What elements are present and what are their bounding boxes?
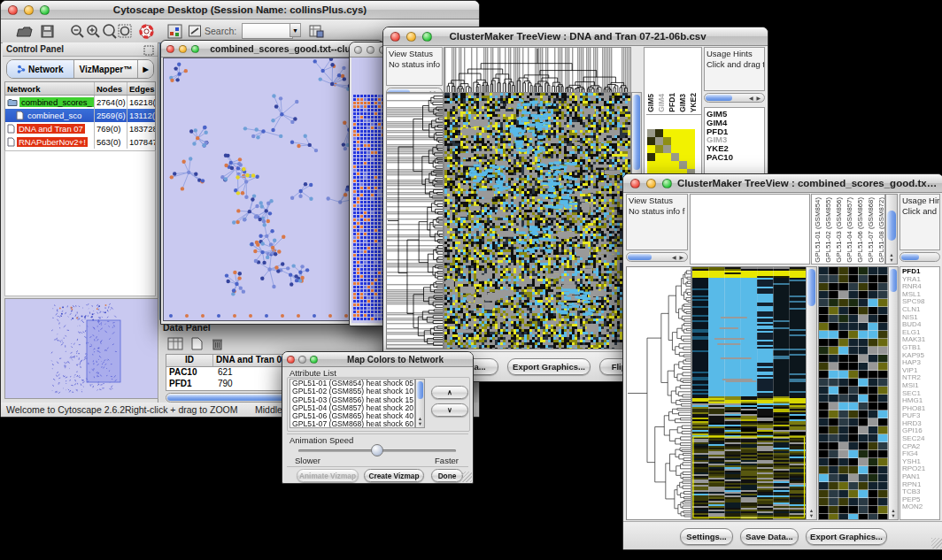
new-attribute-icon[interactable]	[186, 334, 207, 353]
delete-attribute-icon[interactable]	[206, 334, 228, 353]
control-panel-tabs: Network VizMapper™ ▶	[6, 59, 154, 79]
network-row[interactable]: combined_scores_ 2764(0) 16218(0)	[5, 96, 155, 109]
scroll-arrows-icon[interactable]: ▲▼	[889, 508, 898, 518]
network-row[interactable]: RNAPuberNov2+! 563(0) 107847(0)	[5, 135, 155, 149]
matrix-column-labels: GIM5GIM4PFD1GIM3YKE2PAC10	[646, 48, 701, 115]
close-button[interactable]	[390, 32, 400, 42]
scrollbar-thumb[interactable]	[633, 95, 640, 170]
move-down-label: ∨	[447, 406, 452, 414]
minimize-button[interactable]	[406, 32, 416, 42]
settings-button[interactable]: Settings...	[680, 528, 733, 545]
attribute-list-vscrollbar[interactable]: ▲▼	[415, 379, 425, 428]
dialog-titlebar[interactable]: Map Colors to Network	[282, 352, 473, 367]
search-dropdown-button[interactable]: ▼	[290, 23, 301, 37]
network-edges: 107847(0)	[127, 135, 155, 149]
row-dendrogram[interactable]	[386, 92, 444, 349]
minimize-button[interactable]	[179, 45, 187, 53]
treeview1-titlebar[interactable]: ClusterMaker TreeView : DNA and Tran 07-…	[383, 27, 768, 46]
minimize-button[interactable]	[24, 5, 34, 15]
gene-list-vscrollbar[interactable]: ▲▼	[888, 266, 899, 520]
save-data-button[interactable]: Save Data...	[740, 528, 799, 545]
column-labels-vscrollbar[interactable]: ▲▼	[885, 194, 898, 265]
close-button[interactable]	[287, 356, 295, 364]
birdseye-overview[interactable]	[4, 298, 158, 399]
export-graphics-button[interactable]: Export Graphics...	[507, 358, 591, 375]
usage-hints-scrollbar[interactable]: ◀ ▶	[704, 93, 765, 103]
zoom-button[interactable]	[422, 32, 432, 42]
open-session-button[interactable]	[13, 21, 35, 41]
column-tree-area[interactable]	[690, 194, 810, 265]
tab-network[interactable]: Network	[7, 60, 74, 78]
animate-vizmap-button[interactable]: Animate Vizmap	[297, 469, 359, 482]
scroll-arrows-icon[interactable]: ◀ ▶	[749, 95, 761, 101]
close-button[interactable]	[166, 45, 174, 53]
attribute-list-item[interactable]: GPL51-07 (GSM868) heat shock 60 min	[290, 420, 414, 428]
attribute-select-icon[interactable]	[165, 334, 186, 353]
scrollbar-thumb[interactable]	[890, 269, 897, 292]
matrix-row-label[interactable]: PAC10	[705, 153, 764, 162]
scroll-arrows-icon[interactable]: ▲▼	[886, 252, 897, 263]
gene-name-list: PFD1YRA1RNR4MSL1SPC98CLN1NIS1BUD4ELG1MAK…	[900, 266, 940, 520]
column-dendrogram[interactable]	[444, 47, 631, 93]
zoom-button[interactable]	[662, 179, 672, 188]
usage-hints-scrollbar[interactable]	[900, 252, 940, 262]
vizmapper-icon[interactable]	[164, 21, 185, 41]
close-button[interactable]	[8, 5, 18, 15]
tab-vizmapper[interactable]: VizMapper™	[74, 60, 138, 78]
col-header-network[interactable]: Network	[5, 82, 95, 95]
status-welcome: Welcome to Cytoscape 2.6.2	[6, 404, 125, 415]
scrollbar-thumb[interactable]	[807, 269, 815, 306]
col-header-nodes[interactable]: Nodes	[95, 82, 127, 95]
main-titlebar[interactable]: Cytoscape Desktop (Session Name: collins…	[1, 1, 479, 19]
scroll-arrows-icon[interactable]: ◀ ▶	[672, 254, 684, 260]
zoom-fit-icon[interactable]	[114, 21, 135, 41]
row-dendrogram[interactable]	[626, 266, 691, 520]
zoom-heatmap[interactable]	[818, 266, 889, 520]
usage-hints-title: Usage Hints	[900, 195, 939, 206]
search-input[interactable]	[242, 23, 293, 39]
scroll-arrows-icon[interactable]: ▲▼	[416, 416, 424, 426]
correlation-matrix[interactable]	[647, 129, 695, 177]
tab-overflow-button[interactable]: ▶	[138, 60, 153, 78]
float-panel-icon[interactable]	[143, 43, 154, 59]
close-button[interactable]	[354, 46, 362, 54]
move-up-button[interactable]: ∧	[431, 386, 468, 399]
scrollbar-thumb[interactable]	[887, 211, 896, 241]
scrollbar-thumb[interactable]	[901, 254, 919, 260]
scrollbar-thumb[interactable]	[628, 254, 652, 260]
minimize-button[interactable]	[646, 179, 656, 188]
done-button[interactable]: Done	[431, 469, 463, 482]
heatmap-vscrollbar[interactable]: ▲▼	[806, 266, 817, 520]
treeview2-titlebar[interactable]: ClusterMaker TreeView : combined_scores_…	[623, 174, 942, 193]
data-col-id[interactable]: ID	[166, 355, 213, 366]
move-down-button[interactable]: ∨	[431, 403, 468, 417]
minimize-button[interactable]	[367, 46, 374, 54]
zoom-button[interactable]	[310, 356, 318, 364]
col-header-edges[interactable]: Edges	[127, 82, 155, 95]
network-name: DNA and Tran 07	[17, 124, 85, 134]
resize-grip[interactable]	[461, 472, 472, 482]
minimize-button[interactable]	[298, 356, 306, 364]
zoom-button[interactable]	[191, 45, 199, 53]
attribute-browser-icon[interactable]	[305, 21, 327, 41]
view-status-scrollbar[interactable]: ◀ ▶	[626, 252, 688, 262]
network-edges: 13112(15)	[127, 109, 155, 122]
zoom-button[interactable]	[40, 5, 50, 15]
network-row[interactable]: DNA and Tran 07 769(0) 183728(0)	[5, 122, 155, 135]
gene-name[interactable]: MON2	[900, 503, 939, 511]
scroll-arrows-icon[interactable]: ▲▼	[807, 508, 816, 518]
network-row-selected[interactable]: combined_sco 2569(6) 13112(15)	[5, 109, 155, 122]
global-heatmap[interactable]	[691, 266, 807, 520]
network-table-header[interactable]: Network Nodes Edges	[5, 82, 155, 96]
scrollbar-thumb[interactable]	[706, 95, 732, 101]
resize-grip[interactable]	[931, 538, 942, 548]
export-graphics-button[interactable]: Export Graphics...	[806, 528, 887, 545]
annotation-icon[interactable]	[184, 21, 205, 41]
create-vizmap-button[interactable]: Create Vizmap	[364, 469, 424, 482]
help-icon[interactable]	[135, 21, 157, 41]
save-session-button[interactable]	[36, 21, 58, 41]
scrollbar-thumb[interactable]	[417, 381, 423, 399]
close-button[interactable]	[630, 179, 640, 188]
global-heatmap[interactable]	[444, 92, 631, 349]
speed-slider-thumb[interactable]	[371, 444, 383, 456]
